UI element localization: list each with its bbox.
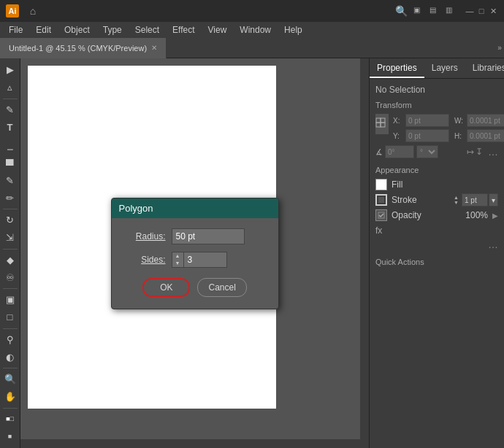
menu-type[interactable]: Type (97, 23, 128, 36)
stroke-swatch[interactable] (375, 194, 387, 206)
w-label: W: (454, 117, 465, 125)
stroke-up-button[interactable]: ▲ (454, 195, 461, 200)
zoom-tool[interactable]: 🔍 (1, 371, 19, 387)
menu-window[interactable]: Window (234, 23, 277, 36)
menu-effect[interactable]: Effect (167, 23, 200, 36)
menu-edit[interactable]: Edit (30, 23, 57, 36)
menu-help[interactable]: Help (278, 23, 308, 36)
transform-reference-icon[interactable] (375, 114, 389, 134)
line-tool[interactable]: ⎯ (1, 136, 19, 153)
dialog-title: Polygon (112, 198, 278, 218)
menu-select[interactable]: Select (129, 23, 165, 36)
direct-selection-tool[interactable]: ▵ (1, 79, 19, 96)
scale-tool[interactable]: ⇲ (1, 229, 19, 246)
radius-row: Radius: (123, 228, 267, 244)
svg-rect-2 (376, 123, 381, 127)
x-input[interactable] (405, 114, 449, 127)
stroke-value-input[interactable] (462, 193, 488, 206)
type-tool[interactable]: T (1, 119, 19, 136)
sides-label: Sides: (123, 255, 166, 265)
menu-object[interactable]: Object (58, 23, 96, 36)
toolbar-separator-4 (3, 288, 18, 289)
blend-tool[interactable]: ◐ (1, 349, 19, 366)
menu-view[interactable]: View (202, 23, 233, 36)
no-selection-label: No Selection (375, 85, 498, 95)
pencil-tool[interactable]: ✏ (1, 190, 19, 206)
close-button[interactable]: ✕ (488, 6, 498, 16)
free-transform-tool[interactable]: ▣ (1, 291, 19, 308)
sides-input[interactable] (183, 252, 227, 268)
angle-input[interactable] (385, 145, 414, 158)
toolbar-separator-7 (3, 408, 18, 409)
stroke-down-button[interactable]: ▼ (454, 200, 461, 205)
sides-down-button[interactable]: ▼ (172, 260, 183, 267)
svg-rect-0 (376, 118, 381, 123)
h-input[interactable] (467, 129, 504, 142)
tab-close-button[interactable]: ✕ (151, 44, 157, 52)
tab-properties[interactable]: Properties (370, 58, 424, 78)
svg-rect-1 (381, 118, 385, 123)
toolbar-separator-3 (3, 249, 18, 250)
sides-row: Sides: ▲ ▼ (123, 252, 267, 268)
document-tab[interactable]: Untitled-1 @ 45.15 % (CMYK/Preview) ✕ (0, 38, 167, 58)
flip-horizontal-icon[interactable]: ↦ (467, 147, 474, 157)
fill-stroke-indicator[interactable]: ■□ (1, 411, 19, 428)
fill-swatch[interactable] (375, 179, 387, 190)
maximize-button[interactable]: □ (476, 6, 486, 16)
opacity-label: Opacity (392, 210, 461, 220)
ok-button[interactable]: OK (142, 278, 190, 297)
y-input[interactable] (405, 129, 449, 142)
opacity-checkbox[interactable] (375, 209, 387, 221)
right-panel: Properties Layers Libraries No Selection… (369, 58, 504, 448)
search-icon[interactable]: 🔍 (395, 5, 408, 17)
stroke-dropdown-button[interactable]: ▾ (489, 193, 498, 206)
canvas-area: Polygon Radius: Sides: (20, 58, 369, 448)
pen-tool[interactable]: ✎ (1, 101, 19, 118)
panel-content: No Selection Transform (370, 79, 504, 448)
angle-dropdown[interactable]: ° (416, 145, 438, 158)
menu-bar: File Edit Object Type Select Effect View… (0, 22, 504, 38)
radius-input[interactable] (172, 228, 245, 244)
warp-tool[interactable]: ◆ (1, 252, 19, 269)
minimize-button[interactable]: — (465, 6, 475, 16)
tab-layers[interactable]: Layers (424, 58, 465, 78)
transform-title: Transform (375, 101, 498, 109)
panel-expander-icon[interactable]: » (495, 44, 504, 52)
tab-bar: Untitled-1 @ 45.15 % (CMYK/Preview) ✕ » (0, 38, 504, 58)
arrange-panel-icon[interactable]: ▥ (446, 6, 459, 16)
menu-file[interactable]: File (3, 23, 28, 36)
title-bar: Ai ⌂ 🔍 ▣ ▤ ▥ — □ ✕ (0, 0, 504, 22)
appearance-more-button[interactable]: … (375, 239, 498, 250)
arrange-grid-icon[interactable]: ▣ (413, 6, 427, 16)
toolbar-separator-1 (3, 99, 18, 99)
flip-vertical-icon[interactable]: ↧ (476, 147, 483, 157)
cancel-button[interactable]: Cancel (197, 278, 246, 297)
sides-spinner[interactable]: ▲ ▼ (172, 252, 183, 268)
sides-up-button[interactable]: ▲ (172, 252, 183, 260)
home-icon[interactable]: ⌂ (25, 3, 41, 19)
left-toolbar: ▶ ▵ ✎ T ⎯ ⯀ ✎ ✏ ↻ ⇲ ◆ ♾ ▣ □ ⚲ ◐ 🔍 ✋ ■□ ■ (0, 58, 20, 448)
shape-tool[interactable]: ⯀ (1, 154, 19, 171)
h-label: H: (454, 132, 465, 140)
dialog-buttons: OK Cancel (123, 278, 267, 297)
tab-libraries[interactable]: Libraries (465, 58, 504, 78)
paint-brush-tool[interactable]: ✎ (1, 172, 19, 189)
color-mode-btn[interactable]: ■ (1, 428, 19, 445)
selection-tool[interactable]: ▶ (1, 61, 19, 78)
perspective-tool[interactable]: □ (1, 309, 19, 325)
transform-more-button[interactable]: … (488, 146, 498, 158)
dialog-body: Radius: Sides: ▲ ▼ (112, 218, 278, 309)
appearance-section: Appearance Fill Stroke ▲ ▼ (375, 166, 498, 250)
rotate-tool[interactable]: ↻ (1, 212, 19, 228)
transform-section: Transform X: W: (375, 101, 498, 158)
arrange-tab-icon[interactable]: ▤ (429, 6, 443, 16)
w-input[interactable] (467, 114, 504, 127)
eyedropper-tool[interactable]: ⚲ (1, 331, 19, 348)
hand-tool[interactable]: ✋ (1, 388, 19, 405)
stroke-label: Stroke (392, 195, 449, 205)
width-tool[interactable]: ♾ (1, 269, 19, 286)
opacity-expand-icon[interactable]: ▶ (492, 212, 498, 220)
dialog-overlay: Polygon Radius: Sides: (20, 58, 369, 448)
angle-icon: ∡ (375, 147, 383, 157)
fx-row: fx (375, 225, 498, 236)
